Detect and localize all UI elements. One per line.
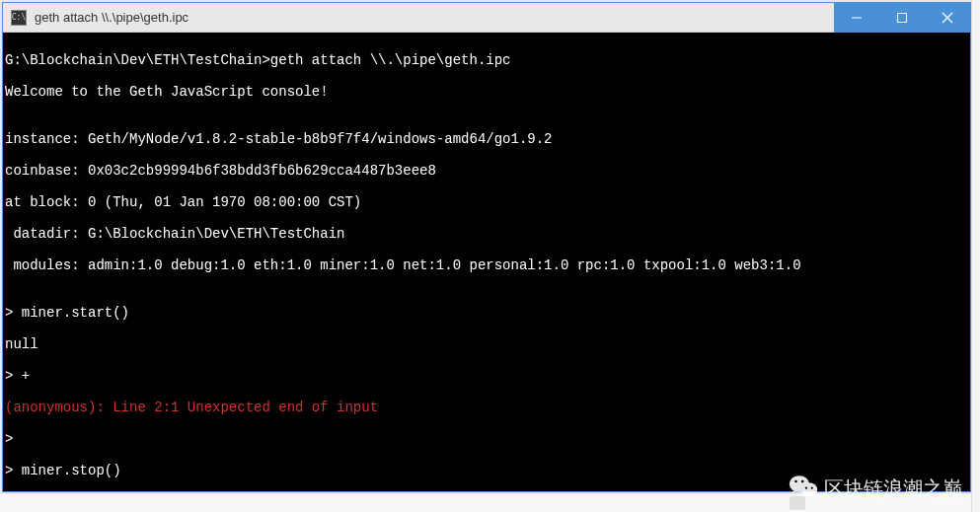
watermark-text: 区块链浪潮之巅 bbox=[824, 475, 962, 502]
window-title: geth attach \\.\pipe\geth.ipc bbox=[35, 10, 834, 25]
close-button[interactable] bbox=[925, 3, 970, 33]
terminal-line: null bbox=[5, 336, 968, 352]
svg-rect-1 bbox=[898, 14, 907, 23]
window-icon: C:\ bbox=[11, 10, 27, 26]
background-right-strip bbox=[971, 0, 980, 512]
terminal-error-line: (anonymous): Line 2:1 Unexpected end of … bbox=[5, 400, 968, 415]
wechat-icon bbox=[789, 474, 818, 504]
terminal-line: G:\Blockchain\Dev\ETH\TestChain>geth att… bbox=[5, 52, 968, 68]
terminal-line: instance: Geth/MyNode/v1.8.2-stable-b8b9… bbox=[5, 131, 968, 147]
console-window: C:\ geth attach \\.\pipe\geth.ipc G:\Blo… bbox=[2, 2, 971, 492]
svg-point-5 bbox=[801, 482, 818, 496]
minimize-button[interactable] bbox=[834, 3, 879, 33]
terminal-line: coinbase: 0x03c2cb99994b6f38bdd3fb6b629c… bbox=[5, 163, 968, 179]
maximize-button[interactable] bbox=[879, 3, 925, 33]
svg-point-9 bbox=[811, 487, 813, 489]
svg-point-7 bbox=[801, 480, 804, 483]
window-controls bbox=[834, 3, 970, 32]
terminal-line: datadir: G:\Blockchain\Dev\ETH\TestChain bbox=[5, 226, 968, 242]
svg-point-8 bbox=[805, 487, 807, 489]
watermark: 区块链浪潮之巅 bbox=[789, 474, 962, 504]
svg-point-6 bbox=[794, 480, 797, 483]
terminal-output[interactable]: G:\Blockchain\Dev\ETH\TestChain>geth att… bbox=[3, 33, 970, 491]
terminal-line: > bbox=[5, 431, 968, 447]
titlebar[interactable]: C:\ geth attach \\.\pipe\geth.ipc bbox=[3, 3, 970, 33]
terminal-line: modules: admin:1.0 debug:1.0 eth:1.0 min… bbox=[5, 257, 968, 273]
terminal-line: Welcome to the Geth JavaScript console! bbox=[5, 84, 968, 100]
terminal-line: at block: 0 (Thu, 01 Jan 1970 08:00:00 C… bbox=[5, 194, 968, 210]
terminal-line: > + bbox=[5, 368, 968, 384]
terminal-line: > miner.start() bbox=[5, 305, 968, 321]
